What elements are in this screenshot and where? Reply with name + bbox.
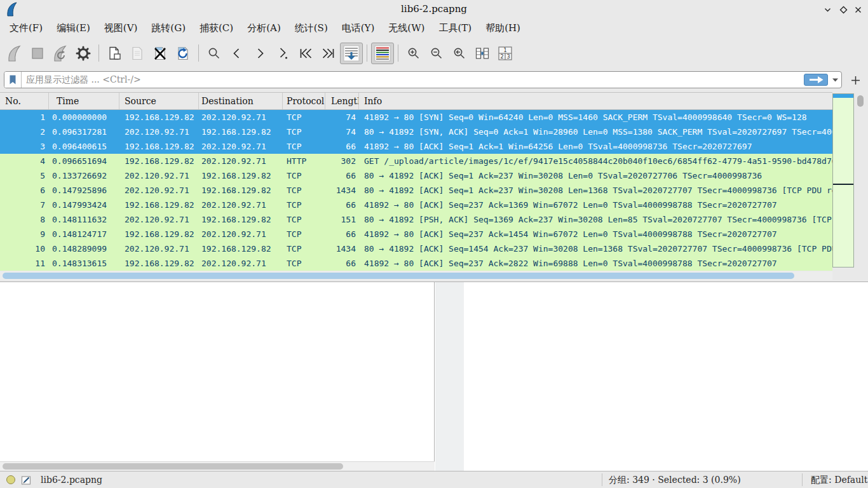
capture-comment-icon[interactable]: [21, 475, 32, 485]
menu-item-4[interactable]: 捕获(C): [193, 22, 240, 34]
cell-dst: 192.168.129.82: [199, 125, 283, 139]
menu-item-2[interactable]: 视图(V): [97, 22, 145, 34]
cell-src: 202.120.92.71: [119, 125, 199, 139]
packet-row[interactable]: 70.147993424192.168.129.82202.120.92.71T…: [0, 198, 832, 212]
start-capture-icon[interactable]: [3, 43, 26, 64]
maximize-button-icon[interactable]: [838, 4, 848, 15]
capture-options-icon[interactable]: [72, 43, 95, 64]
column-header-protocol[interactable]: Protocol: [283, 93, 325, 109]
cell-proto: HTTP: [283, 154, 325, 168]
column-header-length[interactable]: Length: [325, 93, 359, 109]
filter-bookmark-icon[interactable]: [4, 72, 22, 88]
menu-item-7[interactable]: 电话(Y): [335, 22, 382, 34]
filter-bar: 应用显示过滤器 ... <Ctrl-/>: [0, 67, 868, 92]
cell-dst: 202.120.92.71: [199, 154, 283, 168]
title-bar: lib6-2.pcapng: [0, 0, 868, 18]
details-scrollbar-thumb[interactable]: [3, 463, 343, 470]
packet-row[interactable]: 30.096400615192.168.129.82202.120.92.71T…: [0, 139, 832, 154]
cell-proto: TCP: [283, 168, 325, 183]
horizontal-scrollbar-thumb[interactable]: [3, 273, 794, 279]
packet-list-horizontal-scrollbar[interactable]: [0, 271, 832, 280]
minimize-button-icon[interactable]: [822, 4, 832, 15]
cell-time: 0.147925896: [49, 183, 119, 198]
cell-len: 1434: [325, 183, 359, 198]
auto-scroll-icon[interactable]: [340, 43, 363, 64]
packet-row[interactable]: 40.096651694192.168.129.82202.120.92.71H…: [0, 154, 832, 168]
cell-src: 192.168.129.82: [119, 154, 199, 168]
menu-item-9[interactable]: 工具(T): [431, 22, 478, 34]
vertical-scrollbar-thumb[interactable]: [857, 95, 864, 107]
packet-row[interactable]: 10.000000000192.168.129.82202.120.92.71T…: [0, 110, 832, 125]
menu-item-5[interactable]: 分析(A): [240, 22, 288, 34]
save-file-icon[interactable]: [126, 43, 149, 64]
column-header-time[interactable]: Time: [49, 93, 119, 109]
display-filter-input[interactable]: 应用显示过滤器 ... <Ctrl-/>: [4, 71, 842, 88]
menu-item-3[interactable]: 跳转(G): [144, 22, 193, 34]
column-header-source[interactable]: Source: [119, 93, 199, 109]
toolbar-separator: [367, 44, 367, 62]
resize-columns-icon[interactable]: [471, 43, 494, 64]
go-to-packet-icon[interactable]: [271, 43, 294, 64]
colorize-icon[interactable]: [371, 43, 394, 64]
cell-src: 192.168.129.82: [119, 139, 199, 154]
menu-item-6[interactable]: 统计(S): [288, 22, 335, 34]
close-button-icon[interactable]: [853, 4, 863, 15]
cell-dst: 202.120.92.71: [199, 256, 283, 271]
menu-item-0[interactable]: 文件(F): [3, 22, 50, 34]
open-file-icon[interactable]: [103, 43, 126, 64]
next-packet-icon[interactable]: [248, 43, 271, 64]
cell-info: 80 → 41892 [ACK] Seq=1 Ack=237 Win=30208…: [359, 183, 832, 198]
reload-file-icon[interactable]: [172, 43, 194, 64]
cell-dst: 202.120.92.71: [199, 198, 283, 212]
filter-dropdown-icon[interactable]: [831, 72, 839, 88]
add-filter-button-icon[interactable]: [849, 74, 862, 86]
cell-dst: 192.168.129.82: [199, 241, 283, 256]
packet-row[interactable]: 90.148124717192.168.129.82202.120.92.71T…: [0, 227, 832, 241]
lower-panes: [0, 281, 868, 471]
cell-no: 7: [0, 198, 49, 212]
status-separator: [602, 473, 602, 486]
find-packet-icon[interactable]: [203, 43, 226, 64]
packet-row[interactable]: 50.133726692202.120.92.71192.168.129.82T…: [0, 168, 832, 183]
toolbar-separator: [198, 44, 199, 62]
cell-no: 6: [0, 183, 49, 198]
pane-splitter[interactable]: [435, 282, 464, 471]
menu-item-1[interactable]: 编辑(E): [50, 22, 97, 34]
toolbar-separator: [398, 44, 398, 62]
close-file-icon[interactable]: [149, 43, 172, 64]
expert-info-icon[interactable]: [6, 475, 15, 484]
column-header-no[interactable]: No.: [0, 93, 49, 109]
cell-info: 41892 → 80 [ACK] Seq=237 Ack=2822 Win=69…: [359, 256, 832, 271]
column-header-info[interactable]: Info: [359, 93, 832, 109]
minimap-selected-range: [833, 94, 853, 98]
restart-capture-icon[interactable]: [49, 43, 72, 64]
packet-row[interactable]: 110.148313615192.168.129.82202.120.92.71…: [0, 256, 832, 271]
details-horizontal-scrollbar[interactable]: [0, 461, 435, 471]
cell-info: GET /_upload/article/images/1c/ef/9417e1…: [359, 154, 832, 168]
cell-len: 74: [325, 110, 359, 125]
displayed-columns-icon[interactable]: 123: [494, 43, 517, 64]
zoom-in-icon[interactable]: [402, 43, 425, 64]
zoom-out-icon[interactable]: [425, 43, 448, 64]
column-header-destination[interactable]: Destination: [199, 93, 283, 109]
status-profile[interactable]: 配置: Default: [811, 471, 867, 488]
cell-proto: TCP: [283, 227, 325, 241]
apply-filter-icon[interactable]: [804, 74, 828, 86]
packet-row[interactable]: 20.096317281202.120.92.71192.168.129.82T…: [0, 125, 832, 139]
previous-packet-icon[interactable]: [226, 43, 248, 64]
zoom-reset-icon[interactable]: [448, 43, 471, 64]
cell-proto: TCP: [283, 241, 325, 256]
packet-row[interactable]: 80.148111632202.120.92.71192.168.129.82T…: [0, 212, 832, 227]
intelligent-scrollbar-minimap[interactable]: [832, 93, 854, 268]
menu-item-10[interactable]: 帮助(H): [478, 22, 527, 34]
cell-len: 66: [325, 168, 359, 183]
stop-capture-icon[interactable]: [26, 43, 49, 64]
menu-item-8[interactable]: 无线(W): [381, 22, 431, 34]
packet-row[interactable]: 100.148289099202.120.92.71192.168.129.82…: [0, 241, 832, 256]
packet-list-vertical-scrollbar[interactable]: [856, 93, 865, 271]
last-packet-icon[interactable]: [317, 43, 340, 64]
packet-row[interactable]: 60.147925896202.120.92.71192.168.129.82T…: [0, 183, 832, 198]
first-packet-icon[interactable]: [294, 43, 317, 64]
cell-time: 0.096651694: [49, 154, 119, 168]
window-title: lib6-2.pcapng: [0, 0, 868, 18]
